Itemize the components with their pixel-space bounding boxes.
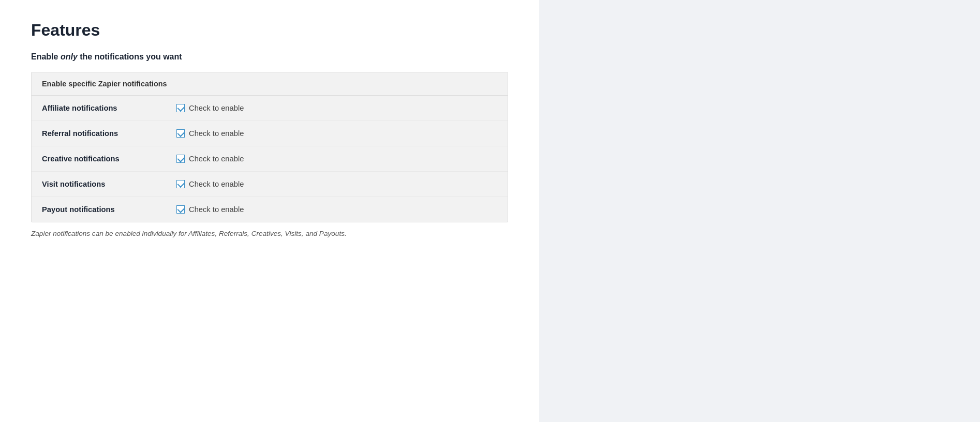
check-label-affiliate: Check to enable (189, 104, 244, 112)
subtitle-italic: only (61, 52, 78, 61)
label-referral: Referral notifications (42, 129, 176, 138)
checkbox-payout[interactable] (176, 205, 185, 214)
check-label-creative: Check to enable (189, 155, 244, 163)
settings-row-creative: Creative notificationsCheck to enable (32, 146, 508, 172)
settings-row-affiliate: Affiliate notificationsCheck to enable (32, 96, 508, 121)
check-label-referral: Check to enable (189, 129, 244, 138)
checkbox-creative[interactable] (176, 155, 185, 163)
subtitle-text-before: Enable (31, 52, 61, 61)
label-payout: Payout notifications (42, 205, 176, 214)
subtitle: Enable only the notifications you want (31, 52, 508, 62)
checkbox-visit[interactable] (176, 180, 185, 188)
main-content: Features Enable only the notifications y… (0, 0, 539, 422)
subtitle-text-after: the notifications you want (78, 52, 182, 61)
label-visit: Visit notifications (42, 180, 176, 188)
control-payout: Check to enable (176, 205, 244, 214)
settings-rows: Affiliate notificationsCheck to enableRe… (32, 96, 508, 222)
check-label-payout: Check to enable (189, 205, 244, 214)
footnote: Zapier notifications can be enabled indi… (31, 230, 508, 237)
checkbox-referral[interactable] (176, 129, 185, 138)
control-creative: Check to enable (176, 155, 244, 163)
settings-row-referral: Referral notificationsCheck to enable (32, 121, 508, 146)
label-creative: Creative notifications (42, 155, 176, 163)
settings-header-label: Enable specific Zapier notifications (42, 80, 176, 88)
checkbox-affiliate[interactable] (176, 104, 185, 112)
check-label-visit: Check to enable (189, 180, 244, 188)
page-title: Features (31, 21, 508, 40)
sidebar (539, 0, 980, 422)
label-affiliate: Affiliate notifications (42, 104, 176, 112)
control-visit: Check to enable (176, 180, 244, 188)
control-referral: Check to enable (176, 129, 244, 138)
settings-table: Enable specific Zapier notifications Aff… (31, 72, 508, 222)
settings-row-visit: Visit notificationsCheck to enable (32, 172, 508, 197)
settings-header: Enable specific Zapier notifications (32, 72, 508, 96)
settings-row-payout: Payout notificationsCheck to enable (32, 197, 508, 222)
control-affiliate: Check to enable (176, 104, 244, 112)
